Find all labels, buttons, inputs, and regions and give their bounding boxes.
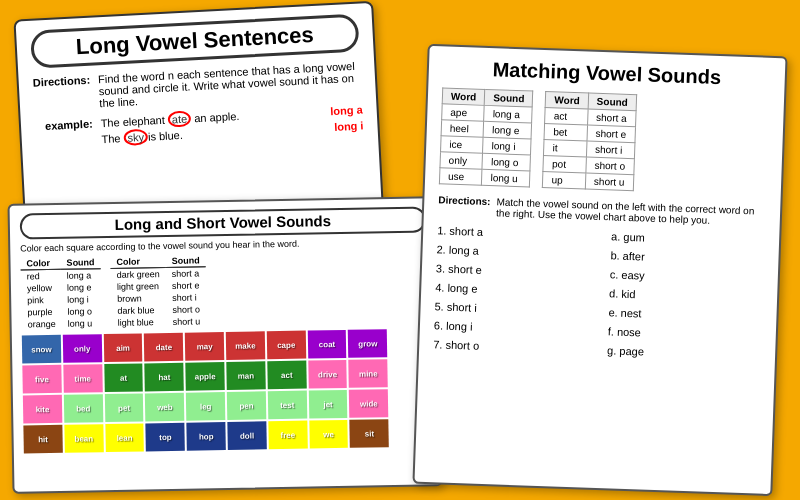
grid-cell: wide [349,389,388,418]
grid-cell: mine [349,359,388,388]
color-tables-row: Color Sound redlong a yellowlong e pinkl… [20,250,427,330]
grid-cell: doll [227,421,266,450]
long-vowel-title: Long Vowel Sentences [75,22,314,59]
grid-cell: kite [23,395,62,424]
matching-list: 1. short a 2. long a 3. short e 4. long … [433,224,765,368]
grid-cell: make [226,331,265,360]
answer-item: f. nose [608,325,762,342]
matching-paper: Matching Vowel Sounds Word Sound apelong… [412,44,787,496]
matching-table-1: Word Sound apelong a heellong e icelong … [439,87,534,187]
grid-cell: bed [64,394,103,423]
answer-item: a. gum [611,230,765,247]
color-table-1: Color Sound redlong a yellowlong e pinkl… [20,256,101,330]
table-row: upshort u [543,171,634,190]
directions-text: Find the word n each sentence that has a… [98,60,362,110]
grid-cell: snow [22,335,61,364]
grid-cell: apple [185,362,224,391]
matching-directions: Directions: Match the vowel sound on the… [438,194,767,227]
grid-cell: date [144,333,183,362]
dir-text: Match the vowel sound on the left with t… [496,196,766,227]
matching-left: 1. short a 2. long a 3. short e 4. long … [433,224,592,362]
circled-word-2: sky [123,129,148,146]
directions-row: Directions: Find the word n each sentenc… [32,60,361,113]
grid-cell: test [268,391,307,420]
grid-cell: at [104,363,143,392]
table-row: uselong u [439,168,530,187]
grid-cell: act [267,361,306,390]
matching-table-2: Word Sound actshort a betshort e itshort… [542,91,637,191]
grid-cell: hit [23,425,62,454]
col-header-color-2: Color [110,255,165,268]
vowel-sounds-title: Long and Short Vowel Sounds [115,212,332,233]
answer-item: g. page [607,344,761,361]
list-item: 2. long a [436,243,590,260]
answer-1: long a [330,103,363,117]
grid-cell: only [63,334,102,363]
color-grid: snowonlyaimdatemaymakecapecoatgrowfiveti… [22,328,430,453]
grid-cell: hop [187,422,226,451]
grid-cell: pet [104,393,143,422]
matching-right: a. gum b. after c. easy d. kid e. nest f… [607,230,766,368]
table-row: light blueshort u [112,315,207,329]
col-header-sound-2: Sound [165,254,205,267]
list-item: 5. short i [434,300,588,317]
grid-cell: hat [145,363,184,392]
example-label: example: [45,118,93,132]
grid-cell: lean [105,423,144,452]
matching-tables-row: Word Sound apelong a heellong e icelong … [439,87,770,195]
grid-cell: free [268,421,307,450]
grid-cell: aim [103,333,142,362]
long-vowel-title-box: Long Vowel Sentences [30,14,360,69]
vowel-sounds-paper: Long and Short Vowel Sounds Color each s… [8,196,443,493]
grid-cell: leg [186,392,225,421]
answer-item: d. kid [609,287,763,304]
col-header-sound-1: Sound [60,256,100,269]
matching-title: Matching Vowel Sounds [443,56,772,90]
list-item: 1. short a [437,224,591,241]
col-header-color-1: Color [20,257,60,270]
color-table-2: Color Sound dark greenshort a light gree… [110,254,206,329]
example-sentence-2: The skyis blue. [101,129,183,145]
answer-2: long i [334,119,364,133]
list-item: 6. long i [434,319,588,336]
circled-word-1: ate [167,110,191,127]
dir-label: Directions: [438,194,491,218]
table-row: orangelong u [22,317,102,330]
answer-item: c. easy [610,268,764,285]
grid-cell: bean [64,424,103,453]
grid-cell: sit [350,419,389,448]
grid-cell: web [145,393,184,422]
grid-cell: time [63,364,102,393]
grid-cell: we [309,420,348,449]
grid-cell: five [22,365,61,394]
grid-cell: may [185,332,224,361]
grid-cell: man [226,361,265,390]
list-item: 3. short e [436,262,590,279]
list-item: 7. short o [433,338,587,355]
grid-cell: grow [348,329,387,358]
grid-cell: pen [227,391,266,420]
answer-item: b. after [610,249,764,266]
grid-cell: coat [307,330,346,359]
list-item: 4. long e [435,281,589,298]
grid-cell: drive [308,360,347,389]
grid-cell: top [146,423,185,452]
vowel-sounds-title-box: Long and Short Vowel Sounds [20,206,426,239]
grid-cell: cape [267,331,306,360]
directions-label: Directions: [32,74,91,113]
grid-cell: jet [308,390,347,419]
answer-item: e. nest [608,306,762,323]
